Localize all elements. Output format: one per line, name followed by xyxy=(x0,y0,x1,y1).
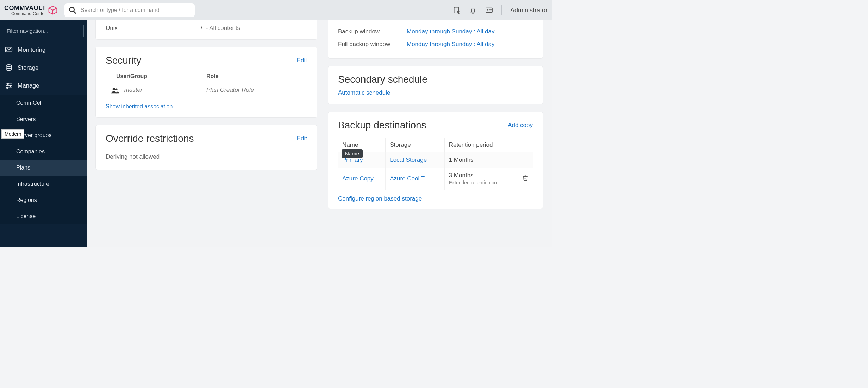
svg-point-7 xyxy=(487,9,488,11)
secondary-title: Secondary schedule xyxy=(338,74,427,85)
col-usergroup: User/Group xyxy=(106,73,206,84)
os-name: Unix xyxy=(106,25,197,32)
header: COMMVAULT Command Center xyxy=(0,0,552,20)
override-edit-link[interactable]: Edit xyxy=(297,135,307,142)
col-name[interactable]: Name Name xyxy=(338,138,386,152)
show-inherited-link[interactable]: Show inherited association xyxy=(106,103,173,109)
main-content: Unix / - All contents Security Edit User… xyxy=(87,20,552,247)
destination-storage-link[interactable]: Local Storage xyxy=(390,157,427,163)
rpo-card: Add full backup Backup window Monday thr… xyxy=(328,20,543,58)
sidebar-item-label: Infrastructure xyxy=(16,181,49,187)
sliders-icon xyxy=(5,82,13,90)
configure-region-storage-link[interactable]: Configure region based storage xyxy=(338,195,422,202)
security-user: master xyxy=(124,87,143,93)
col-retention[interactable]: Retention period xyxy=(444,138,518,152)
sidebar-item-label: Companies xyxy=(16,148,45,155)
svg-rect-8 xyxy=(489,9,492,9)
sidebar-item-companies[interactable]: Companies xyxy=(0,144,87,160)
svg-point-17 xyxy=(7,87,8,89)
destination-name-link[interactable]: Azure Copy xyxy=(342,175,374,182)
sidebar-item-label: License xyxy=(16,213,36,220)
rpo-row: Full backup window Monday through Sunday… xyxy=(338,38,533,51)
sidebar-item-regions[interactable]: Regions xyxy=(0,192,87,208)
svg-rect-9 xyxy=(489,11,492,11)
brand-sub: Command Center xyxy=(4,12,46,16)
contents-row: Unix / - All contents xyxy=(106,25,307,32)
modern-tag: Modern xyxy=(1,129,24,139)
sidebar-item-servers[interactable]: Servers xyxy=(0,111,87,127)
cube-icon xyxy=(48,6,57,15)
security-card: Security Edit User/Group Role master Pla… xyxy=(96,47,317,117)
rpo-row: Backup window Monday through Sunday : Al… xyxy=(338,25,533,38)
svg-point-15 xyxy=(10,85,11,87)
svg-point-13 xyxy=(7,83,8,85)
current-user[interactable]: Administrator xyxy=(510,7,548,14)
retention-cell: 1 Months xyxy=(444,152,518,168)
col-actions xyxy=(518,138,533,152)
rpo-value-link[interactable]: Monday through Sunday : All day xyxy=(407,41,533,48)
rpo-key: Backup window xyxy=(338,28,407,35)
col-role: Role xyxy=(206,73,307,84)
sidebar-item-plans[interactable]: Plans xyxy=(0,160,87,176)
svg-point-19 xyxy=(115,88,118,90)
search-icon xyxy=(69,6,76,14)
override-title: Override restrictions xyxy=(106,133,194,144)
sidebar: Filter navigation... Monitoring Storage … xyxy=(0,20,87,247)
brand-main: COMMVAULT xyxy=(4,5,46,11)
destination-storage-link[interactable]: Azure Cool T… xyxy=(390,175,431,182)
divider xyxy=(501,5,502,15)
rpo-value-link[interactable]: Monday through Sunday : All day xyxy=(407,28,533,35)
automatic-schedule-link[interactable]: Automatic schedule xyxy=(338,89,390,96)
table-row: Azure CopyAzure Cool T…3 MonthsExtended … xyxy=(338,168,533,190)
sidebar-item-storage[interactable]: Storage xyxy=(0,59,87,77)
path: / xyxy=(201,25,202,32)
destinations-table: Name Name Storage Retention period Prima… xyxy=(338,138,533,190)
id-card-icon[interactable] xyxy=(485,6,493,14)
job-report-icon[interactable] xyxy=(453,6,461,14)
sidebar-item-infrastructure[interactable]: Infrastructure xyxy=(0,176,87,192)
svg-line-3 xyxy=(74,11,76,13)
add-copy-link[interactable]: Add copy xyxy=(508,122,533,129)
sidebar-item-license[interactable]: License xyxy=(0,208,87,224)
security-role: Plan Creator Role xyxy=(206,84,307,96)
sidebar-item-label: Servers xyxy=(16,116,36,122)
backup-destinations-card: Backup destinations Add copy Name Name xyxy=(328,112,543,209)
sidebar-item-manage[interactable]: Manage xyxy=(0,77,87,95)
sidebar-item-label: Monitoring xyxy=(18,46,45,53)
sidebar-sub-list: CommCellServersServer groupsCompaniesPla… xyxy=(0,95,87,224)
security-row: master Plan Creator Role xyxy=(106,84,307,96)
trash-icon[interactable] xyxy=(522,174,529,182)
secondary-schedule-card: Secondary schedule Automatic schedule xyxy=(328,66,543,104)
col-storage[interactable]: Storage xyxy=(386,138,444,152)
global-search[interactable] xyxy=(64,3,195,17)
sidebar-item-monitoring[interactable]: Monitoring xyxy=(0,41,87,59)
sidebar-item-label: Plans xyxy=(16,165,30,171)
storage-icon xyxy=(5,64,13,72)
sidebar-item-label: Regions xyxy=(16,197,37,203)
override-card: Override restrictions Edit Deriving not … xyxy=(96,125,317,170)
security-edit-link[interactable]: Edit xyxy=(297,57,307,64)
svg-point-18 xyxy=(113,88,115,90)
svg-point-2 xyxy=(70,7,74,12)
search-input[interactable] xyxy=(81,7,191,13)
sidebar-item-label: CommCell xyxy=(16,100,43,106)
security-title: Security xyxy=(106,55,141,66)
svg-rect-6 xyxy=(486,8,492,13)
retention-sub: Extended retention co… xyxy=(449,180,513,185)
bell-icon[interactable] xyxy=(469,6,477,14)
rpo-key: Full backup window xyxy=(338,41,407,48)
contents-card: Unix / - All contents xyxy=(96,20,317,39)
filter-navigation-input[interactable]: Filter navigation... xyxy=(3,25,84,37)
brand-logo[interactable]: COMMVAULT Command Center xyxy=(4,5,57,16)
destinations-title: Backup destinations xyxy=(338,120,426,131)
monitor-icon xyxy=(5,46,13,54)
override-body: Deriving not allowed xyxy=(106,151,307,162)
sidebar-item-commcell[interactable]: CommCell xyxy=(0,95,87,111)
retention-cell: 3 MonthsExtended retention co… xyxy=(444,168,518,190)
tooltip: Name xyxy=(342,149,363,158)
svg-point-11 xyxy=(6,65,12,67)
svg-rect-4 xyxy=(454,7,459,13)
sidebar-item-label: Storage xyxy=(18,64,39,71)
path-desc: - All contents xyxy=(206,25,240,32)
sidebar-item-label: Manage xyxy=(18,82,39,89)
